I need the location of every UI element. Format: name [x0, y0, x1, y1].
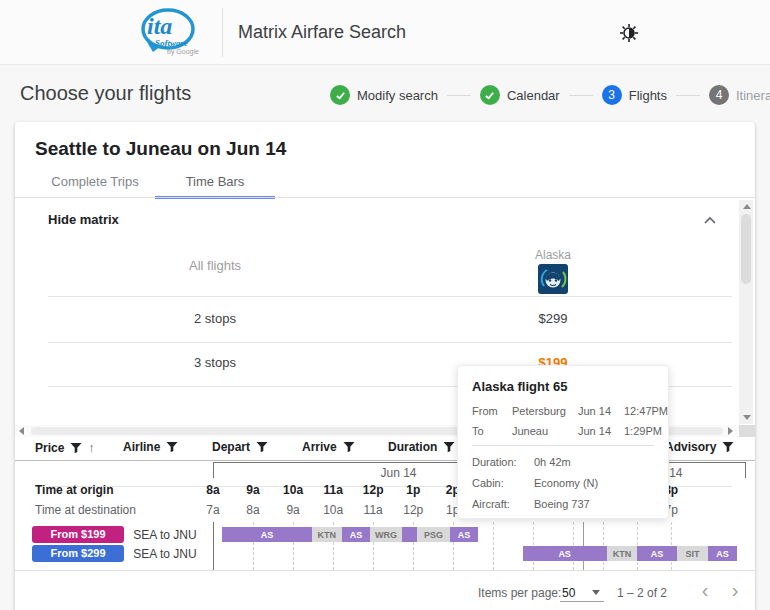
flight-segment-bar[interactable]: AS	[222, 527, 312, 542]
matrix-col-airline: Alaska	[493, 248, 613, 262]
hide-matrix-toggle[interactable]: Hide matrix	[48, 212, 119, 227]
ita-software-logo[interactable]: ita Software by Google	[133, 5, 209, 61]
matrix-divider	[48, 342, 732, 343]
alaska-logo-icon	[538, 264, 568, 294]
filter-funnel-icon[interactable]	[443, 441, 455, 453]
flight-tooltip: Alaska flight 65 FromPetersburgJun 1412:…	[457, 365, 669, 519]
paginator: Items per page: 50 1 – 2 of 2 ‹ ›	[15, 577, 755, 609]
tooltip-detail-row: Cabin:Economy (N)	[472, 477, 654, 489]
column-header-advisory[interactable]: Advisory	[665, 440, 734, 454]
step-flights[interactable]: 3Flights	[602, 85, 667, 105]
fare-pill[interactable]: From $299	[32, 545, 124, 562]
vertical-scroll-thumb[interactable]	[741, 214, 751, 284]
destination-hour-tick: 12p	[403, 503, 423, 517]
filter-funnel-icon[interactable]	[256, 441, 268, 453]
column-label: Duration	[388, 440, 437, 454]
flight-segment-bar[interactable]	[402, 527, 417, 542]
matrix-divider	[48, 296, 732, 297]
flight-segment-bar[interactable]: AS	[523, 546, 607, 561]
hour-gridline	[493, 522, 494, 570]
matrix-price-cell[interactable]: $299	[493, 311, 613, 326]
time-at-destination-label: Time at destination	[35, 503, 136, 517]
page-heading: Choose your flights	[20, 82, 191, 105]
step-itinerary: 4Itinerary	[709, 85, 770, 105]
origin-hour-tick: 12p	[363, 483, 384, 497]
step-number: 4	[709, 85, 729, 105]
column-header-arrive[interactable]: Arrive	[302, 440, 355, 454]
layover-segment-bar[interactable]: SIT	[677, 546, 708, 561]
logo-text-software: Software	[155, 38, 188, 48]
origin-hour-tick: 11a	[323, 483, 342, 497]
scrollbar-corner	[739, 425, 755, 437]
tab-time-bars[interactable]: Time Bars	[155, 168, 275, 198]
step-label: Modify search	[357, 88, 438, 103]
layover-segment-bar[interactable]: KTN	[607, 546, 637, 561]
tooltip-divider	[472, 445, 654, 446]
select-caret-icon	[592, 590, 600, 595]
destination-hour-tick: 10a	[323, 503, 343, 517]
step-number: 3	[602, 85, 622, 105]
column-header-duration[interactable]: Duration	[388, 440, 455, 454]
route-label: SEA to JNU	[125, 547, 205, 561]
timebars-bottom-border	[15, 570, 755, 571]
theme-toggle-button[interactable]	[616, 20, 642, 46]
brightness-icon	[619, 23, 639, 43]
items-per-page-select[interactable]: 50	[560, 582, 604, 602]
step-connector	[447, 95, 471, 96]
tooltip-title: Alaska flight 65	[472, 379, 654, 394]
filter-funnel-icon[interactable]	[166, 441, 178, 453]
destination-hour-tick: 8a	[246, 503, 259, 517]
column-label: Advisory	[665, 440, 716, 454]
previous-page-button[interactable]: ‹	[693, 579, 717, 603]
step-calendar[interactable]: Calendar	[480, 85, 560, 105]
tab-complete-trips[interactable]: Complete Trips	[35, 168, 155, 198]
alaska-airlines-logo[interactable]	[538, 264, 568, 294]
step-connector	[676, 95, 700, 96]
scroll-left-arrow-icon[interactable]	[19, 427, 24, 435]
sort-ascending-icon[interactable]: ↑	[88, 440, 95, 455]
column-header-airline[interactable]: Airline	[123, 440, 178, 454]
column-label: Price	[35, 441, 64, 455]
step-modify-search[interactable]: Modify search	[330, 85, 438, 105]
items-per-page-label: Items per page:	[478, 586, 561, 600]
matrix-row-label: 3 stops	[135, 355, 295, 370]
items-per-page-value: 50	[562, 586, 575, 600]
scroll-up-arrow-icon[interactable]	[743, 204, 751, 209]
tabs: Complete TripsTime Bars	[35, 168, 275, 198]
results-card: Seattle to Juneau on Jun 14 Complete Tri…	[15, 122, 755, 610]
layover-segment-bar[interactable]: WRG	[370, 527, 402, 542]
logo-text-ita: ita	[147, 13, 172, 40]
filter-funnel-icon[interactable]	[343, 441, 355, 453]
page-range: 1 – 2 of 2	[617, 586, 667, 600]
flight-segment-bar[interactable]: AS	[708, 546, 737, 561]
origin-hour-tick: 1p	[406, 483, 420, 497]
destination-hour-tick: 7a	[206, 503, 219, 517]
origin-hour-tick: 10a	[283, 483, 303, 497]
column-label: Arrive	[302, 440, 337, 454]
tooltip-detail-row: Aircraft:Boeing 737	[472, 498, 654, 510]
timeline-axis-line	[213, 522, 214, 570]
tooltip-leg-row: ToJuneauJun 141:29PM	[472, 425, 654, 437]
column-header-price[interactable]: Price↑	[35, 440, 95, 455]
layover-segment-bar[interactable]: KTN	[312, 527, 342, 542]
next-page-button[interactable]: ›	[723, 579, 747, 603]
scroll-right-arrow-icon[interactable]	[728, 427, 733, 435]
column-header-depart[interactable]: Depart	[212, 440, 268, 454]
filter-funnel-icon[interactable]	[70, 442, 82, 454]
vertical-scrollbar[interactable]	[739, 200, 753, 424]
header-divider	[222, 8, 223, 57]
app-title: Matrix Airfare Search	[238, 22, 406, 43]
flight-segment-bar[interactable]: AS	[450, 527, 478, 542]
scroll-down-arrow-icon[interactable]	[743, 415, 751, 420]
logo-text-by-google: by Google	[167, 48, 199, 55]
layover-segment-bar[interactable]: PSG	[417, 527, 450, 542]
filter-funnel-icon[interactable]	[722, 441, 734, 453]
chevron-up-icon[interactable]	[700, 211, 720, 231]
origin-hour-tick: 9a	[246, 483, 259, 497]
destination-hour-tick: 11a	[364, 503, 383, 517]
app-header: ita Software by Google Matrix Airfare Se…	[0, 0, 770, 65]
flight-segment-bar[interactable]: AS	[342, 527, 370, 542]
column-label: Depart	[212, 440, 250, 454]
fare-pill[interactable]: From $199	[32, 526, 124, 543]
flight-segment-bar[interactable]: AS	[637, 546, 677, 561]
